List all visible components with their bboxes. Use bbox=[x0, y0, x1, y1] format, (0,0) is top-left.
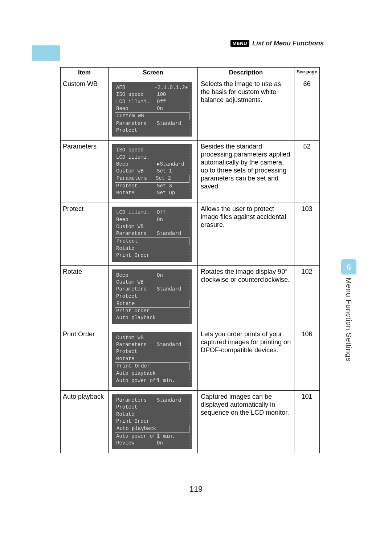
lcd-menu-item: ParametersStandard bbox=[113, 230, 192, 237]
col-header-item: Item bbox=[61, 68, 109, 78]
screen-cell: BeepOnCustom WBParametersStandardProtect… bbox=[109, 265, 198, 328]
lcd-menu-item: ISO speed100 bbox=[113, 91, 192, 98]
description-cell: Captured images can be displayed automat… bbox=[198, 390, 294, 453]
page-number: 119 bbox=[0, 484, 392, 494]
lcd-menu-item: BeepOn bbox=[113, 105, 192, 112]
chapter-side-tab: 6 Menu Function Settings bbox=[341, 259, 356, 362]
lcd-menu-value: Off bbox=[157, 98, 166, 105]
lcd-menu-item: Custom WB bbox=[113, 334, 192, 341]
lcd-menu-label: Custom WB bbox=[116, 168, 157, 175]
lcd-menu-label: Parameters bbox=[116, 341, 157, 348]
lcd-menu-value: On bbox=[157, 216, 163, 223]
screen-cell: Custom WBParametersStandardProtectRotate… bbox=[109, 328, 198, 390]
lcd-menu-label: Parameters bbox=[116, 286, 157, 293]
lcd-menu-value: Standard bbox=[157, 230, 181, 237]
lcd-menu-label: Custom WB bbox=[117, 113, 156, 119]
lcd-menu-label: Beep bbox=[116, 105, 157, 112]
col-header-screen: Screen bbox=[109, 68, 198, 78]
screen-cell: ParametersStandardProtectRotatePrint Ord… bbox=[109, 390, 198, 453]
lcd-menu-item: Protect bbox=[113, 348, 192, 355]
lcd-menu-item: Protect bbox=[113, 293, 192, 300]
lcd-menu-item: ProtectSet 3 bbox=[113, 183, 192, 190]
see-page-cell: 52 bbox=[294, 141, 320, 203]
lcd-menu-label: Parameters bbox=[116, 230, 157, 237]
lcd-menu-item: Custom WB bbox=[113, 279, 192, 286]
chapter-title: Menu Function Settings bbox=[344, 277, 353, 362]
lcd-menu-item-selected: Print Order bbox=[115, 362, 189, 370]
item-cell: Protect bbox=[61, 203, 109, 265]
scrollbar-track bbox=[189, 145, 192, 199]
lcd-menu-label: Custom WB bbox=[116, 279, 157, 286]
lcd-menu-value: Set 2 bbox=[156, 175, 171, 182]
lcd-menu-label: Protect bbox=[116, 293, 157, 300]
lcd-menu-label: Custom WB bbox=[116, 223, 157, 230]
menu-badge: MENU bbox=[230, 40, 249, 47]
screen-cell: ISO speedLCD illumi.Beep▶StandardCustom … bbox=[109, 141, 198, 203]
lcd-menu-item: Print Order bbox=[113, 308, 192, 314]
lcd-menu-item: Print Order bbox=[113, 252, 192, 259]
page-header: MENU List of Menu Functions bbox=[230, 40, 324, 47]
lcd-menu-label: Print Order bbox=[117, 363, 156, 370]
lcd-menu-value: On bbox=[157, 105, 163, 112]
lcd-menu-label: Rotate bbox=[116, 356, 157, 362]
chapter-number-badge: 6 bbox=[341, 259, 356, 275]
item-cell: Auto playback bbox=[61, 390, 109, 453]
lcd-menu-item: Print Order bbox=[113, 418, 192, 425]
lcd-menu-label: LCD illumi. bbox=[116, 154, 157, 161]
lcd-menu-item: LCD illumi.Off bbox=[113, 98, 192, 105]
lcd-menu-item-selected: Custom WB bbox=[115, 112, 189, 120]
lcd-menu-item: Protect bbox=[113, 127, 192, 134]
lcd-menu-label: Print Order bbox=[116, 252, 157, 259]
col-header-description: Description bbox=[198, 68, 294, 78]
lcd-menu-value: On bbox=[157, 440, 163, 447]
lcd-menu-label: Beep bbox=[116, 216, 157, 223]
see-page-cell: 101 bbox=[294, 390, 320, 453]
description-cell: Rotates the image display 90° clockwise … bbox=[198, 265, 294, 328]
lcd-menu-label: ISO speed bbox=[116, 147, 157, 154]
lcd-menu-label: Auto power off bbox=[116, 433, 157, 440]
scrollbar-track bbox=[189, 332, 192, 386]
lcd-menu-value: 1 min. bbox=[157, 433, 175, 440]
lcd-menu-item-selected: ParametersSet 2 bbox=[115, 175, 189, 182]
lcd-menu-value: -2.1.0.1.2+ bbox=[155, 84, 188, 91]
see-page-cell: 106 bbox=[294, 328, 320, 390]
lcd-menu-item: Protect bbox=[113, 404, 192, 411]
lcd-menu-item: BeepOn bbox=[113, 216, 192, 223]
lcd-menu-label: Protect bbox=[116, 404, 157, 411]
item-cell: Parameters bbox=[61, 141, 109, 203]
scrollbar-track bbox=[189, 395, 192, 449]
lcd-menu-item: Rotate bbox=[113, 245, 192, 252]
lcd-menu-label: Parameters bbox=[117, 175, 156, 182]
scrollbar-track bbox=[189, 82, 192, 136]
lcd-menu-label: Protect bbox=[116, 183, 157, 190]
table-row: RotateBeepOnCustom WBParametersStandardP… bbox=[61, 265, 320, 328]
lcd-menu-label: Parameters bbox=[116, 397, 157, 404]
lcd-menu-value: Standard bbox=[157, 397, 181, 404]
description-cell: Lets you order prints of your captured i… bbox=[198, 328, 294, 390]
lcd-menu-label: Auto playback bbox=[116, 370, 157, 377]
table-row: Custom WBAEB-2.1.0.1.2+ISO speed100LCD i… bbox=[61, 78, 320, 141]
lcd-menu-item: LCD illumi.Off bbox=[113, 209, 192, 216]
menu-functions-table: Item Screen Description See page Custom … bbox=[60, 67, 320, 453]
lcd-menu-item-selected: Protect bbox=[115, 237, 189, 245]
see-page-cell: 103 bbox=[294, 203, 320, 265]
scrollbar-track bbox=[189, 207, 192, 261]
lcd-menu-label: Beep bbox=[116, 161, 157, 168]
lcd-menu-item: Rotate bbox=[113, 356, 192, 362]
lcd-menu-value: Standard bbox=[157, 120, 181, 127]
lcd-menu-item: ISO speed bbox=[113, 147, 192, 154]
screen-cell: AEB-2.1.0.1.2+ISO speed100LCD illumi.Off… bbox=[109, 78, 198, 141]
lcd-menu-label: Parameters bbox=[116, 120, 157, 127]
lcd-menu-label: Print Order bbox=[116, 308, 157, 314]
lcd-screenshot: ParametersStandardProtectRotatePrint Ord… bbox=[112, 394, 192, 449]
table-row: ProtectLCD illumi.OffBeepOnCustom WBPara… bbox=[61, 203, 320, 265]
lcd-menu-item: RotateSet up bbox=[113, 190, 192, 196]
lcd-screenshot: LCD illumi.OffBeepOnCustom WBParametersS… bbox=[112, 207, 192, 261]
lcd-menu-item: ReviewOn bbox=[113, 440, 192, 447]
lcd-menu-value: Standard bbox=[157, 286, 181, 293]
lcd-menu-value: ▶Standard bbox=[157, 161, 184, 168]
description-cell: Selects the image to use as the basis fo… bbox=[198, 78, 294, 141]
lcd-menu-value: Off bbox=[157, 209, 166, 216]
col-header-see-page: See page bbox=[294, 68, 320, 78]
lcd-menu-item-selected: Auto playback bbox=[115, 425, 189, 433]
